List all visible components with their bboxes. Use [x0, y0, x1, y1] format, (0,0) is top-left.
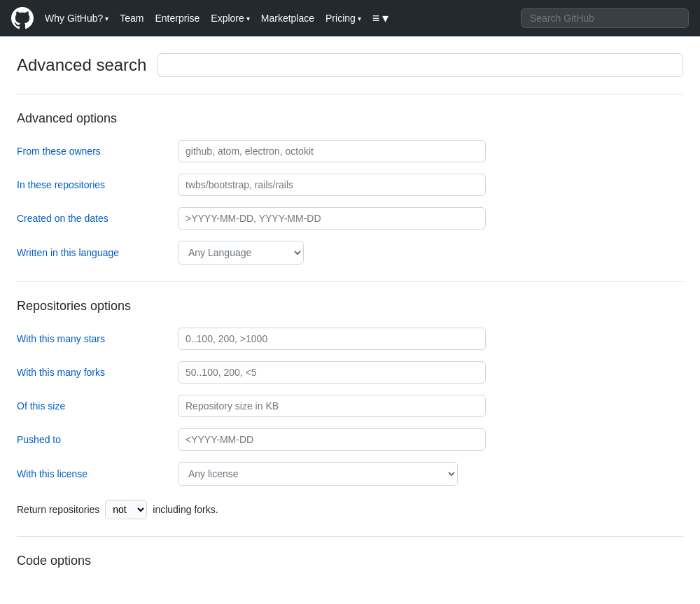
chevron-down-icon: ▾: [246, 15, 250, 22]
repositories-row: In these repositories: [17, 174, 683, 196]
license-label: With this license: [17, 468, 178, 479]
forks-input[interactable]: [178, 361, 486, 384]
stars-input[interactable]: [178, 328, 486, 350]
return-repos-select[interactable]: notonly: [105, 500, 147, 519]
advanced-options-title: Advanced options: [17, 111, 683, 126]
chevron-down-icon: ▾: [105, 15, 108, 22]
page-title: Advanced search: [17, 55, 146, 75]
return-repos-label: Return repositories: [17, 504, 99, 515]
license-row: With this license Any licenseApache lice…: [17, 462, 683, 486]
repositories-label: In these repositories: [17, 179, 178, 190]
advanced-search-header: Advanced search: [17, 53, 683, 77]
page-content: Advanced search Advanced options From th…: [0, 36, 700, 585]
code-options-title: Code options: [17, 554, 683, 568]
owners-row: From these owners: [17, 140, 683, 162]
hamburger-icon: ≡: [372, 11, 380, 26]
owners-label: From these owners: [17, 146, 178, 157]
size-row: Of this size: [17, 395, 683, 417]
advanced-options-section: Advanced options From these owners In th…: [17, 111, 683, 265]
dates-row: Created on the dates: [17, 207, 683, 230]
nav-pricing[interactable]: Pricing ▾: [326, 13, 361, 24]
divider-1: [17, 94, 683, 94]
global-search-input[interactable]: [521, 8, 689, 28]
language-label: Written in this language: [17, 247, 178, 258]
repositories-input[interactable]: [178, 174, 486, 196]
dates-label: Created on the dates: [17, 213, 178, 224]
repositories-options-section: Repositories options With this many star…: [17, 299, 683, 519]
advanced-search-input[interactable]: [158, 53, 683, 77]
return-repos-row: Return repositories notonly including fo…: [17, 500, 683, 519]
chevron-down-icon: ▾: [358, 15, 361, 22]
navbar: Why GitHub? ▾ Team Enterprise Explore ▾ …: [0, 0, 700, 36]
pushed-row: Pushed to: [17, 428, 683, 451]
forks-label: With this many forks: [17, 367, 178, 378]
nav-enterprise[interactable]: Enterprise: [155, 13, 200, 24]
divider-2: [17, 281, 683, 282]
nav-why-github[interactable]: Why GitHub? ▾: [45, 13, 108, 24]
pushed-input[interactable]: [178, 428, 486, 451]
dates-input[interactable]: [178, 207, 486, 230]
nav-explore[interactable]: Explore ▾: [211, 13, 249, 24]
code-options-section: Code options: [17, 554, 683, 568]
pushed-label: Pushed to: [17, 434, 178, 445]
stars-label: With this many stars: [17, 333, 178, 344]
language-select[interactable]: Any LanguageJavaScriptPythonRubyJavaType…: [178, 241, 304, 265]
nav-team[interactable]: Team: [120, 13, 144, 24]
language-row: Written in this language Any LanguageJav…: [17, 241, 683, 265]
size-label: Of this size: [17, 400, 178, 412]
stars-row: With this many stars: [17, 328, 683, 350]
return-repos-suffix: including forks.: [153, 504, 218, 515]
github-logo[interactable]: [11, 7, 34, 29]
divider-3: [17, 536, 683, 537]
size-input[interactable]: [178, 395, 486, 417]
forks-row: With this many forks: [17, 361, 683, 384]
hamburger-menu[interactable]: ≡ ▾: [372, 10, 389, 26]
owners-input[interactable]: [178, 140, 486, 162]
license-select[interactable]: Any licenseApache license 2.0MIT License…: [178, 462, 458, 486]
nav-marketplace[interactable]: Marketplace: [261, 13, 314, 24]
repositories-options-title: Repositories options: [17, 299, 683, 314]
chevron-down-icon: ▾: [382, 10, 388, 26]
